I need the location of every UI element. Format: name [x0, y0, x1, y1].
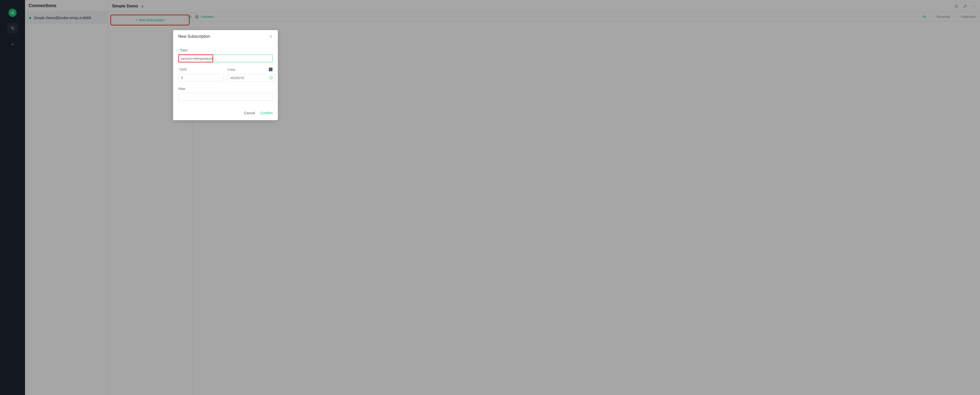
color-swatch[interactable]: [269, 67, 273, 71]
topic-label: *Topic: [178, 48, 273, 52]
modal-title: New Subscription: [178, 34, 210, 39]
close-icon[interactable]: [269, 35, 273, 38]
cancel-button[interactable]: Cancel: [244, 111, 255, 115]
alias-label: Alias: [178, 87, 273, 90]
svg-rect-1: [13, 28, 14, 29]
app-logo: [8, 9, 17, 17]
qos-select[interactable]: 0: [178, 74, 223, 81]
nav-connections[interactable]: [7, 23, 18, 33]
new-subscription-modal: New Subscription *Topic *QoS 0: [173, 30, 278, 120]
chevron-down-icon: [218, 76, 221, 79]
nav-new-connection[interactable]: [7, 39, 18, 49]
nav-sidebar: [0, 0, 25, 395]
color-label: Color: [228, 67, 273, 71]
refresh-color-icon[interactable]: [269, 76, 273, 79]
topic-input[interactable]: [178, 55, 273, 62]
qos-label: *QoS: [178, 67, 223, 71]
svg-rect-0: [11, 27, 13, 28]
color-input[interactable]: [228, 74, 275, 82]
app-main: Connections Simple Demo@broker.emqx.io:8…: [25, 0, 980, 395]
modal-overlay[interactable]: [25, 0, 980, 395]
confirm-button[interactable]: Confirm: [260, 111, 273, 115]
alias-input[interactable]: [178, 93, 273, 101]
